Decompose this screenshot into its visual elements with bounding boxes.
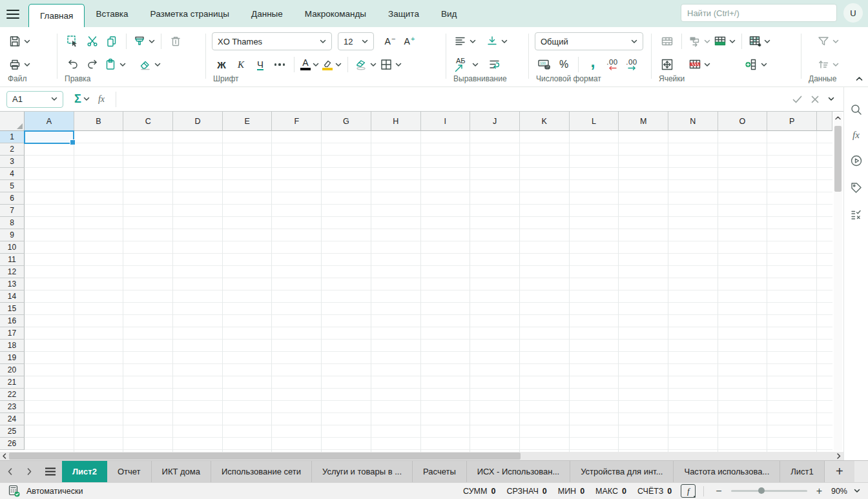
row-header[interactable]: 18 bbox=[0, 340, 25, 352]
column-header[interactable]: J bbox=[470, 112, 520, 131]
row-header[interactable]: 11 bbox=[0, 254, 25, 266]
avatar[interactable]: U bbox=[843, 3, 863, 23]
row-header[interactable]: 19 bbox=[0, 352, 25, 364]
select-all-button[interactable] bbox=[63, 32, 83, 51]
row-header[interactable]: 20 bbox=[0, 364, 25, 376]
fill-color-button[interactable] bbox=[353, 55, 378, 74]
row-header[interactable]: 23 bbox=[0, 401, 25, 413]
previous-sheet-button[interactable] bbox=[0, 461, 19, 482]
row-header[interactable]: 1 bbox=[0, 131, 25, 143]
column-header[interactable]: H bbox=[371, 112, 421, 131]
save-button[interactable] bbox=[6, 32, 32, 51]
row-header[interactable]: 14 bbox=[0, 290, 25, 303]
cancel-entry-icon[interactable] bbox=[811, 96, 819, 103]
sheet-tab[interactable]: Использование сети bbox=[211, 461, 312, 482]
select-all-corner[interactable] bbox=[0, 112, 25, 131]
format-as-table-button[interactable] bbox=[747, 32, 772, 51]
main-menu-button[interactable] bbox=[6, 10, 19, 19]
cell-reference-box[interactable]: A1 bbox=[6, 91, 63, 108]
search-icon[interactable] bbox=[849, 103, 863, 117]
menu-tab[interactable]: Вставка bbox=[85, 1, 139, 27]
sheet-tab[interactable]: Расчеты bbox=[413, 461, 467, 482]
text-rotation-button[interactable]: АБ bbox=[452, 55, 480, 74]
sheet-tab[interactable]: Услуги и товары в ... bbox=[312, 461, 413, 482]
zoom-out-button[interactable]: − bbox=[712, 485, 725, 497]
function-panel-icon[interactable]: fx bbox=[852, 130, 860, 141]
menu-tab[interactable]: Макрокоманды bbox=[294, 1, 377, 27]
calculation-mode-button[interactable]: Автоматически bbox=[8, 485, 83, 498]
macros-play-icon[interactable] bbox=[849, 154, 863, 168]
vertical-scroll-thumb[interactable] bbox=[834, 126, 842, 192]
delete-button[interactable] bbox=[166, 32, 185, 51]
row-header[interactable]: 17 bbox=[0, 327, 25, 340]
undo-button[interactable] bbox=[63, 55, 83, 74]
row-header[interactable]: 5 bbox=[0, 180, 25, 192]
scroll-left-button[interactable] bbox=[0, 452, 9, 460]
clear-button[interactable] bbox=[137, 55, 162, 74]
menu-tab[interactable]: Данные bbox=[240, 1, 294, 27]
grid-canvas[interactable] bbox=[25, 131, 832, 452]
row-header[interactable]: 15 bbox=[0, 303, 25, 315]
vertical-align-button[interactable] bbox=[484, 32, 509, 51]
merge-cells-button[interactable] bbox=[657, 32, 677, 51]
thousands-separator-button[interactable]: , bbox=[583, 55, 603, 74]
menu-tab[interactable]: Разметка страницы bbox=[140, 1, 240, 27]
bold-button[interactable]: Ж bbox=[212, 55, 231, 74]
italic-button[interactable]: К bbox=[231, 55, 251, 74]
row-header[interactable]: 25 bbox=[0, 425, 25, 438]
row-header[interactable]: 4 bbox=[0, 168, 25, 180]
add-sheet-button[interactable]: + bbox=[825, 461, 854, 482]
sheet-tab[interactable]: Лист1 bbox=[780, 461, 824, 482]
font-size-select[interactable]: 12 bbox=[338, 32, 374, 50]
zoom-level[interactable]: 90% bbox=[831, 487, 847, 496]
row-header[interactable]: 7 bbox=[0, 205, 25, 217]
scroll-up-button[interactable] bbox=[834, 113, 842, 123]
scroll-right-button[interactable] bbox=[834, 452, 843, 460]
column-header[interactable]: L bbox=[570, 112, 619, 131]
row-header[interactable]: 8 bbox=[0, 217, 25, 229]
column-header[interactable]: M bbox=[619, 112, 668, 131]
sheet-tab[interactable]: Устройства для инт... bbox=[570, 461, 674, 482]
sheet-tab[interactable]: ИСХ - Использован... bbox=[467, 461, 570, 482]
delete-row-button[interactable] bbox=[687, 55, 712, 74]
increase-decimal-button[interactable]: .00 bbox=[622, 55, 641, 74]
zoom-slider[interactable] bbox=[731, 490, 807, 492]
row-header[interactable]: 9 bbox=[0, 229, 25, 241]
column-header[interactable]: P bbox=[767, 112, 817, 131]
decrease-decimal-button[interactable]: .00 bbox=[603, 55, 622, 74]
tag-icon[interactable] bbox=[849, 181, 863, 195]
print-button[interactable] bbox=[6, 55, 32, 74]
font-color-button[interactable]: А bbox=[299, 55, 320, 74]
zoom-slider-handle[interactable] bbox=[758, 487, 765, 494]
menu-tab[interactable]: Защита bbox=[377, 1, 430, 27]
row-header[interactable]: 12 bbox=[0, 266, 25, 278]
horizontal-align-button[interactable] bbox=[452, 32, 477, 51]
formula-input[interactable] bbox=[121, 92, 792, 107]
expand-formula-bar-icon[interactable] bbox=[828, 97, 834, 101]
next-sheet-button[interactable] bbox=[19, 461, 39, 482]
column-header[interactable]: C bbox=[123, 112, 173, 131]
column-header[interactable]: B bbox=[74, 112, 124, 131]
move-cells-button[interactable] bbox=[687, 32, 712, 51]
fill-handle[interactable] bbox=[70, 139, 76, 145]
increase-font-size-button[interactable]: A+ bbox=[400, 32, 419, 51]
more-text-options-button[interactable] bbox=[270, 55, 289, 74]
row-header[interactable]: 16 bbox=[0, 315, 25, 327]
row-header[interactable]: 3 bbox=[0, 156, 25, 168]
column-header[interactable]: G bbox=[322, 112, 371, 131]
row-header[interactable]: 10 bbox=[0, 241, 25, 254]
sort-button[interactable] bbox=[815, 55, 840, 74]
copy-button[interactable] bbox=[102, 32, 121, 51]
format-painter-button[interactable] bbox=[131, 32, 156, 51]
sheet-tab[interactable]: ИКТ дома bbox=[152, 461, 211, 482]
cell-size-button[interactable] bbox=[657, 55, 677, 74]
insert-function-button[interactable]: fx bbox=[92, 90, 111, 109]
row-header[interactable]: 13 bbox=[0, 278, 25, 290]
row-header[interactable]: 21 bbox=[0, 376, 25, 389]
search-input[interactable] bbox=[681, 4, 837, 22]
row-header[interactable]: 24 bbox=[0, 413, 25, 425]
column-header[interactable]: E bbox=[223, 112, 273, 131]
row-header[interactable]: 26 bbox=[0, 438, 25, 450]
zoom-menu-icon[interactable] bbox=[854, 489, 860, 493]
confirm-entry-icon[interactable] bbox=[792, 96, 802, 103]
